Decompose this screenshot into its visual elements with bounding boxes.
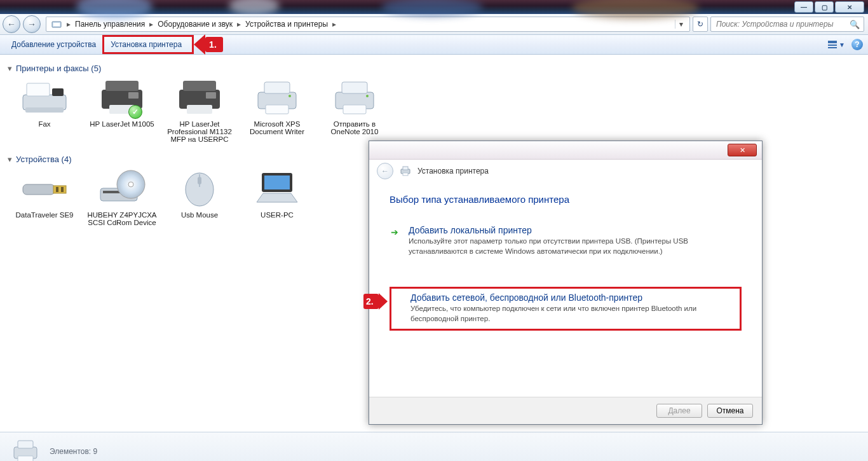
dialog-close-button[interactable]: ✕ — [728, 144, 757, 156]
svg-rect-12 — [128, 92, 139, 99]
svg-point-20 — [288, 95, 291, 97]
item-label: HP LaserJet Professional M1132 MFP на US… — [164, 120, 235, 143]
item-label: Usb Mouse — [164, 211, 235, 219]
breadcrumb-bar[interactable]: ▸ Панель управления ▸ Оборудование и зву… — [46, 17, 690, 32]
next-button[interactable]: Далее — [656, 404, 702, 418]
chevron-right-icon: ▸ — [331, 20, 337, 29]
svg-rect-3 — [828, 45, 837, 46]
printer-item[interactable]: Microsoft XPS Document Writer — [241, 77, 313, 143]
printer-item[interactable]: Fax — [9, 77, 80, 143]
svg-marker-38 — [257, 193, 297, 202]
breadcrumb-item[interactable]: Устройства и принтеры — [243, 19, 330, 29]
dialog-header: ← Установка принтера — [369, 160, 762, 182]
printer-icon — [400, 166, 411, 176]
status-label: Элементов: 9 — [50, 447, 97, 456]
svg-rect-44 — [403, 173, 408, 175]
option-title: Добавить локальный принтер — [409, 225, 736, 235]
collapse-icon: ▾ — [8, 64, 12, 73]
option-desc: Убедитесь, что компьютер подключен к сет… — [410, 304, 735, 324]
svg-rect-27 — [56, 187, 58, 192]
item-label: Microsoft XPS Document Writer — [241, 120, 313, 135]
svg-rect-40 — [18, 441, 33, 448]
search-box[interactable]: 🔍 — [710, 17, 864, 32]
minimize-button[interactable]: — — [794, 1, 813, 13]
printer-icon — [9, 438, 42, 461]
refresh-button[interactable]: ↻ — [693, 17, 708, 32]
default-badge-icon: ✓ — [128, 105, 142, 119]
dialog-titlebar[interactable]: ✕ — [369, 141, 762, 160]
arrow-right-icon: ➔ — [391, 227, 398, 237]
printer-item[interactable]: Отправить в OneNote 2010 — [319, 77, 390, 143]
help-button[interactable]: ? — [851, 39, 863, 50]
group-label: Принтеры и факсы (5) — [16, 64, 101, 73]
option-add-network-printer[interactable]: 2. Добавить сетевой, беспроводной или Bl… — [390, 287, 742, 331]
svg-rect-23 — [343, 105, 366, 114]
dialog-back-button[interactable]: ← — [377, 163, 393, 179]
option-add-local-printer[interactable]: ➔ Добавить локальный принтер Используйте… — [390, 220, 742, 263]
item-label: DataTraveler SE9 — [9, 211, 80, 219]
svg-rect-28 — [61, 187, 64, 192]
device-icon — [19, 77, 70, 118]
install-printer-button[interactable]: Установка принтера — [102, 35, 194, 54]
printer-item[interactable]: ✓HP LaserJet M1005 — [86, 77, 158, 143]
printers-list: Fax✓HP LaserJet M1005HP LaserJet Profess… — [9, 77, 862, 143]
option-title: Добавить сетевой, беспроводной или Bluet… — [410, 292, 735, 303]
svg-rect-37 — [264, 175, 290, 189]
option-desc: Используйте этот параметр только при отс… — [409, 237, 736, 256]
callout-1: 1. — [205, 37, 223, 52]
maximize-button[interactable]: ▢ — [815, 1, 834, 13]
callout-2: 2. — [363, 294, 379, 309]
svg-rect-4 — [828, 47, 837, 48]
svg-rect-25 — [23, 184, 55, 195]
chevron-right-icon: ▸ — [65, 20, 72, 29]
search-icon: 🔍 — [850, 20, 860, 29]
svg-rect-22 — [342, 82, 367, 93]
svg-point-32 — [128, 182, 133, 187]
device-icon — [19, 168, 70, 209]
svg-rect-6 — [27, 83, 50, 96]
chevron-right-icon: ▸ — [236, 20, 242, 29]
svg-point-24 — [366, 95, 369, 97]
svg-rect-8 — [25, 107, 64, 113]
svg-rect-35 — [198, 177, 201, 184]
svg-rect-41 — [18, 456, 33, 461]
breadcrumb-item[interactable]: Оборудование и звук — [156, 19, 234, 29]
svg-rect-1 — [53, 23, 60, 26]
command-bar: Добавление устройства Установка принтера… — [0, 35, 868, 55]
cancel-button[interactable]: Отмена — [707, 404, 753, 418]
device-item[interactable]: DataTraveler SE9 — [9, 168, 80, 226]
svg-rect-15 — [187, 105, 212, 114]
dialog-heading: Выбор типа устанавливаемого принтера — [390, 194, 742, 205]
device-icon — [329, 77, 380, 118]
svg-rect-14 — [183, 81, 216, 91]
device-item[interactable]: HUBEHY Z4PYJCXA SCSI CdRom Device — [86, 168, 158, 226]
device-item[interactable]: Usb Mouse — [164, 168, 235, 226]
svg-rect-26 — [53, 186, 66, 193]
svg-rect-16 — [206, 92, 216, 99]
view-mode-button[interactable]: ▼ — [827, 40, 845, 49]
item-label: Fax — [9, 120, 80, 128]
search-input[interactable] — [715, 19, 850, 29]
address-dropdown[interactable]: ▾ — [675, 20, 687, 29]
nav-forward-button[interactable]: → — [23, 15, 41, 33]
group-label: Устройства (4) — [16, 155, 72, 164]
window-close-button[interactable]: ✕ — [835, 1, 864, 13]
breadcrumb-item[interactable]: Панель управления — [73, 19, 147, 29]
svg-rect-19 — [266, 105, 288, 114]
device-icon — [252, 168, 302, 209]
item-label: HP LaserJet M1005 — [86, 120, 158, 128]
add-device-button[interactable]: Добавление устройства — [5, 38, 102, 52]
svg-rect-18 — [264, 82, 290, 93]
item-label: USER-PC — [241, 211, 313, 219]
nav-back-button[interactable]: ← — [3, 15, 20, 33]
group-header-printers[interactable]: ▾ Принтеры и факсы (5) — [8, 64, 862, 73]
dialog-title-text: Установка принтера — [417, 167, 489, 175]
printer-item[interactable]: HP LaserJet Professional M1132 MFP на US… — [164, 77, 235, 143]
device-icon: ✓ — [97, 77, 147, 118]
svg-rect-7 — [52, 88, 64, 96]
item-label: HUBEHY Z4PYJCXA SCSI CdRom Device — [86, 211, 158, 226]
device-item[interactable]: USER-PC — [241, 168, 313, 226]
svg-rect-43 — [403, 167, 408, 170]
dialog-button-row: Далее Отмена — [369, 397, 762, 424]
svg-rect-10 — [105, 81, 139, 91]
